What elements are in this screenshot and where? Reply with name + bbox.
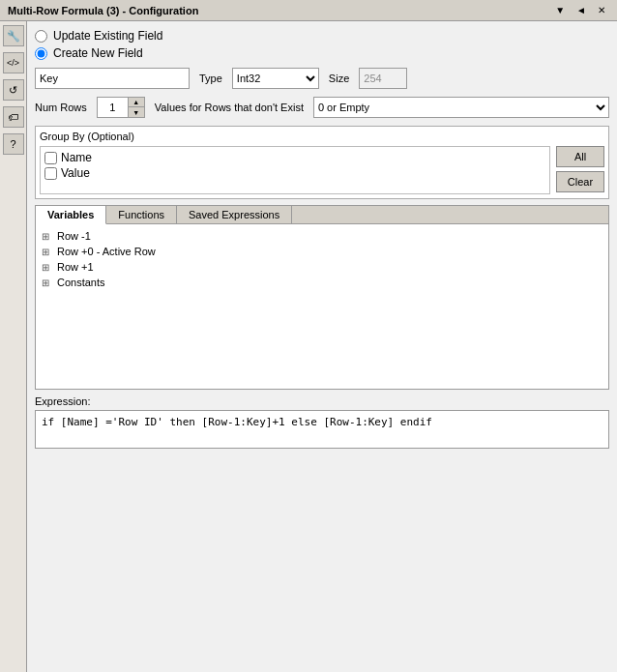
field-name-input[interactable] — [35, 68, 190, 89]
tree-label-row-plus1: Row +1 — [57, 261, 94, 273]
group-by-name-checkbox[interactable] — [44, 152, 57, 164]
group-by-section: Group By (Optional) Name Value All Clear — [35, 126, 609, 199]
group-by-value-label: Value — [61, 166, 90, 180]
pin-button[interactable]: ▼ — [551, 5, 569, 15]
expand-icon-row-minus1: ⊞ — [42, 231, 53, 242]
expand-icon-constants: ⊞ — [42, 278, 53, 288]
group-by-label: Group By (Optional) — [40, 131, 604, 142]
sidebar: 🔧 </> ↺ 🏷 ? — [0, 21, 27, 672]
tree-label-constants: Constants — [57, 277, 105, 288]
spinner-buttons: ▲ ▼ — [128, 97, 145, 118]
create-new-row: Create New Field — [35, 46, 609, 60]
num-rows-section: Num Rows ▲ ▼ Values for Rows that don't … — [35, 97, 609, 118]
create-new-radio[interactable] — [35, 47, 47, 60]
title-bar: Multi-Row Formula (3) - Configuration ▼ … — [0, 0, 617, 21]
num-rows-input[interactable] — [97, 97, 128, 118]
main-content: Update Existing Field Create New Field T… — [27, 21, 617, 672]
spinner-up-btn[interactable]: ▲ — [129, 98, 144, 107]
group-by-list: Name Value — [40, 146, 550, 194]
tree-row-plus1[interactable]: ⊞ Row +1 — [40, 259, 604, 275]
group-by-buttons: All Clear — [556, 146, 604, 194]
num-rows-label: Num Rows — [35, 102, 87, 113]
code-icon[interactable]: </> — [3, 52, 24, 73]
field-config-row: Type Int32 Size — [35, 68, 609, 89]
window-controls: ▼ ◄ ✕ — [551, 5, 609, 15]
update-existing-label: Update Existing Field — [53, 29, 162, 43]
tree-row-active[interactable]: ⊞ Row +0 - Active Row — [40, 244, 604, 259]
expression-box[interactable]: if [Name] ='Row ID' then [Row-1:Key]+1 e… — [35, 410, 609, 449]
expand-icon-row-plus1: ⊞ — [42, 262, 53, 273]
type-label: Type — [199, 73, 222, 84]
type-select[interactable]: Int32 — [232, 68, 319, 89]
spinner-down-btn[interactable]: ▼ — [129, 107, 144, 117]
tree-constants[interactable]: ⊞ Constants — [40, 275, 604, 290]
tree-label-row-minus1: Row -1 — [57, 230, 91, 242]
tab-saved-expressions[interactable]: Saved Expressions — [177, 206, 292, 223]
size-input — [359, 68, 407, 89]
all-button[interactable]: All — [556, 146, 604, 167]
tree-label-row-active: Row +0 - Active Row — [57, 246, 156, 257]
tab-content-variables: ⊞ Row -1 ⊞ Row +0 - Active Row ⊞ Row +1 … — [36, 224, 608, 389]
values-label: Values for Rows that don't Exist — [155, 102, 304, 113]
group-by-name-label: Name — [61, 151, 92, 164]
expand-button[interactable]: ◄ — [573, 5, 590, 15]
tab-bar: Variables Functions Saved Expressions — [36, 206, 608, 224]
tab-functions[interactable]: Functions — [106, 206, 177, 223]
close-button[interactable]: ✕ — [594, 5, 609, 15]
tool-icon[interactable]: 🔧 — [3, 25, 24, 46]
expand-icon-row-active: ⊞ — [42, 247, 53, 257]
group-by-value-checkbox[interactable] — [44, 167, 57, 180]
help-icon[interactable]: ? — [3, 133, 24, 155]
expression-section: Expression: if [Name] ='Row ID' then [Ro… — [35, 395, 609, 449]
window-title: Multi-Row Formula (3) - Configuration — [8, 5, 198, 16]
size-label: Size — [329, 73, 349, 84]
clear-button[interactable]: Clear — [556, 171, 604, 192]
tab-variables[interactable]: Variables — [36, 206, 106, 224]
group-by-inner: Name Value All Clear — [40, 146, 604, 194]
field-mode-group: Update Existing Field Create New Field — [35, 29, 609, 60]
expression-label: Expression: — [35, 395, 609, 407]
group-by-value-item: Value — [44, 166, 545, 180]
tag-icon[interactable]: 🏷 — [3, 106, 24, 128]
update-existing-row: Update Existing Field — [35, 29, 609, 43]
update-existing-radio[interactable] — [35, 30, 47, 43]
num-rows-spinner: ▲ ▼ — [97, 97, 145, 118]
variables-tabs-section: Variables Functions Saved Expressions ⊞ … — [35, 205, 609, 390]
tree-row-minus1[interactable]: ⊞ Row -1 — [40, 228, 604, 244]
refresh-icon[interactable]: ↺ — [3, 79, 24, 101]
create-new-label: Create New Field — [53, 46, 143, 60]
group-by-name-item: Name — [44, 151, 545, 164]
values-select[interactable]: 0 or Empty — [313, 97, 609, 118]
